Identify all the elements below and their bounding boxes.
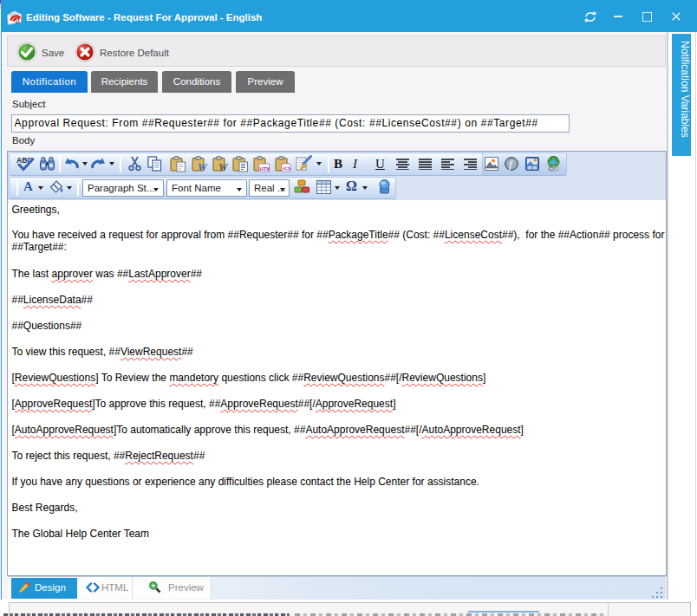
svg-text:W: W: [218, 161, 229, 172]
svg-text:W: W: [198, 161, 208, 172]
svg-text:<>: <>: [283, 165, 291, 172]
svg-text:HTML: HTML: [259, 166, 270, 172]
